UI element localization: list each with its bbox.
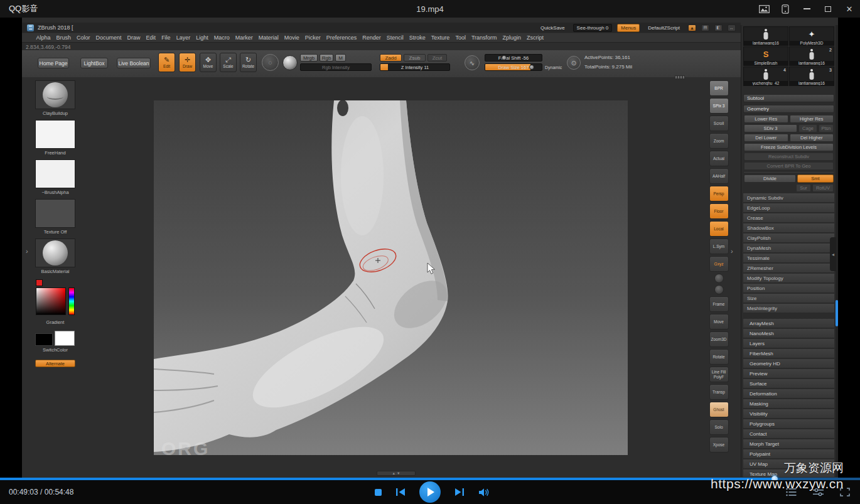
stop-button[interactable] [375, 489, 382, 496]
layout-grid-icon[interactable]: ▤ [701, 24, 709, 31]
left-tray-expand-icon[interactable]: › [26, 247, 28, 255]
brush-thumbnail[interactable] [35, 159, 75, 188]
minimize-button[interactable] [796, 0, 817, 18]
shelf-button[interactable]: Actual [709, 151, 729, 166]
menus-toggle[interactable]: Menus [617, 24, 640, 32]
hue-strip[interactable] [68, 287, 75, 315]
brush-thumbnail[interactable] [35, 80, 75, 109]
convert-bpr-button[interactable]: Convert BPR To Geo [744, 162, 834, 170]
shelf-button[interactable]: Rotate [709, 349, 729, 365]
shelf-button[interactable]: Floor [709, 203, 729, 219]
switch-color[interactable] [35, 331, 75, 346]
shelf-button[interactable]: Move [709, 314, 729, 330]
geometry-section-header[interactable]: Geometry [743, 105, 834, 113]
subtool-thumbnail[interactable]: PolyMesh3D [789, 26, 834, 46]
brush-thumbnail[interactable] [35, 199, 75, 228]
geometry-subsection[interactable]: DynaMesh [743, 244, 834, 253]
shelf-button[interactable]: SPix 3 [709, 98, 729, 114]
tool-subpalette[interactable]: Masking [743, 399, 834, 409]
brush-thumbnail[interactable] [35, 239, 75, 267]
geometry-subsection[interactable]: Size [743, 294, 834, 303]
previous-button[interactable] [395, 488, 406, 496]
subtool-thumbnail[interactable]: SimpleBrush [743, 46, 788, 66]
sculpt-canvas[interactable]: ORG [154, 100, 628, 455]
z-intensity-slider[interactable]: Z Intensity 11 [380, 63, 450, 71]
suv-toggle[interactable]: Sur [796, 184, 811, 192]
tool-subpalette[interactable]: ArrayMesh [743, 319, 834, 328]
shelf-button[interactable]: L.Sym [709, 239, 729, 254]
tool-subpalette[interactable]: Geometry HD [743, 359, 834, 368]
tool-subpalette[interactable]: Contact [743, 429, 834, 439]
video-frame[interactable]: ZBrush 2018 [ QuickSave See-through 0 Me… [0, 18, 860, 478]
menu-item[interactable]: Picker [302, 35, 323, 41]
menu-item[interactable]: Brush [53, 35, 74, 41]
zadd-button[interactable]: Zadd [380, 54, 402, 62]
saturation-value-square[interactable] [36, 287, 66, 315]
maximize-button[interactable] [817, 0, 839, 18]
tool-subpalette[interactable]: Morph Target [743, 439, 834, 449]
menu-item[interactable]: Stencil [384, 35, 406, 41]
tool-subpalette[interactable]: Visibility [743, 409, 834, 419]
geometry-subsection[interactable]: ClayPolish [743, 233, 834, 243]
secondary-color-swatch[interactable] [35, 333, 53, 346]
tool-subpalette[interactable]: NanoMesh [743, 329, 834, 338]
live-boolean-button[interactable]: Live Boolean [117, 58, 151, 68]
shelf-button[interactable]: Transp [709, 384, 729, 400]
lightbox-button[interactable]: LightBox [80, 58, 108, 68]
menu-item[interactable]: Alpha [33, 35, 53, 41]
subtool-thumbnail[interactable]: 2 lantianwang16 [789, 46, 834, 66]
shelf-button[interactable]: Xpose [709, 437, 729, 453]
geometry-subsection[interactable]: Crease [743, 213, 834, 223]
tray-scrollbar-thumb[interactable] [836, 300, 838, 326]
close-button[interactable]: ✕ [839, 0, 860, 18]
menu-item[interactable]: Material [255, 35, 281, 41]
geometry-subsection[interactable]: MeshIntegrity [743, 304, 834, 313]
default-zscript-button[interactable]: DefaultZScript [645, 24, 683, 31]
menu-item[interactable]: Layer [173, 35, 193, 41]
reconstruct-subdiv-button[interactable]: Reconstruct Subdiv [744, 153, 834, 161]
focal-shift-slider[interactable]: Focal Shift -56 [485, 54, 542, 62]
canvas-scrollbar[interactable]: ▲▼ [377, 471, 416, 476]
shelf-button[interactable]: Local [709, 221, 729, 237]
shelf-button[interactable]: Solo [709, 419, 729, 435]
m-button[interactable]: M [335, 54, 346, 62]
menu-item[interactable]: Transform [468, 35, 500, 41]
menu-item[interactable]: Texture [428, 35, 453, 41]
shelf-button[interactable]: Scroll [709, 115, 729, 131]
shelf-button[interactable]: BPR [709, 80, 729, 96]
shelf-button[interactable] [714, 274, 724, 283]
geometry-subsection[interactable]: Dynamic Subdiv [743, 193, 834, 203]
shelf-button[interactable]: Line Fill PolyF [709, 367, 729, 382]
menu-item[interactable]: Edit [143, 35, 159, 41]
geometry-subsection[interactable]: ZRemesher [743, 264, 834, 273]
tool-subpalette[interactable]: Surface [743, 379, 834, 389]
tool-subpalette[interactable]: Polygroups [743, 419, 834, 429]
subtool-thumbnail[interactable]: 4 yuchenghu_42 [743, 67, 788, 86]
menu-item[interactable]: Draw [124, 35, 143, 41]
menu-item[interactable]: Stroke [406, 35, 428, 41]
quicksave-button[interactable]: QuickSave [537, 24, 568, 31]
shelf-button[interactable]: Gxyz [709, 256, 729, 272]
geometry-subsection[interactable]: Position [743, 284, 834, 293]
see-through-slider[interactable]: See-through 0 [573, 24, 613, 32]
stroke-preview-icon[interactable]: ◌ [262, 54, 279, 71]
arrange-icon[interactable]: ↔ [728, 24, 736, 31]
brush-thumbnail[interactable] [35, 120, 75, 149]
zscript-icon[interactable]: ▲ [688, 24, 696, 31]
focal-icon[interactable]: ∿ [465, 55, 480, 70]
shelf-button[interactable]: Ghost [709, 402, 729, 417]
subtool-thumbnail[interactable]: lantianwang16 [743, 26, 788, 46]
color-picker[interactable] [35, 279, 75, 318]
menu-item[interactable]: Zscript [524, 35, 547, 41]
cage-button[interactable]: Cage [798, 124, 817, 132]
higher-res-button[interactable]: Higher Res [790, 115, 834, 123]
shelf-button[interactable]: Frame [709, 296, 729, 312]
rgb-button[interactable]: Rgb [320, 54, 333, 62]
del-higher-button[interactable]: Del Higher [790, 134, 834, 142]
primary-color-swatch[interactable] [55, 331, 75, 346]
remote-icon[interactable] [775, 0, 796, 18]
menu-item[interactable]: File [159, 35, 174, 41]
menu-item[interactable]: Macro [211, 35, 232, 41]
lower-res-button[interactable]: Lower Res [744, 115, 788, 123]
menu-item[interactable]: Preferences [323, 35, 360, 41]
